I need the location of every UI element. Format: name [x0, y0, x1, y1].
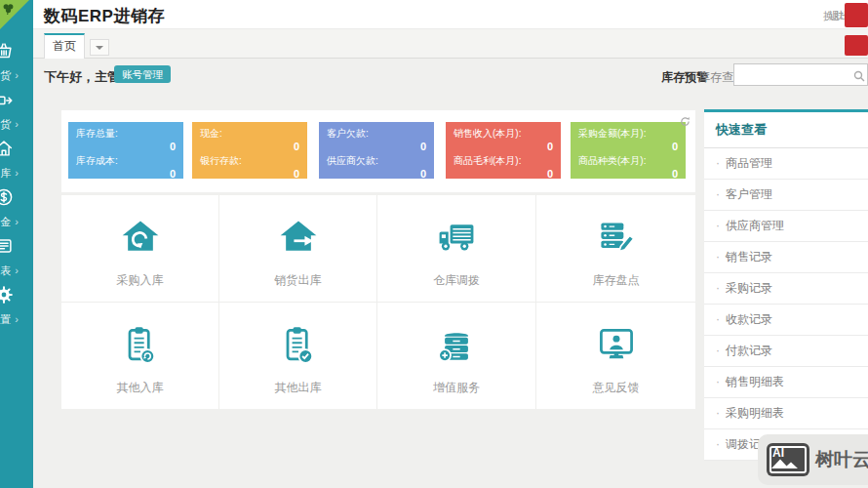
sidebar-item-label: 设置 [0, 313, 11, 325]
feature-other-out[interactable]: 其他出库 [219, 303, 377, 409]
page-title: 数码ERP进销存 [44, 5, 165, 27]
feature-other-in[interactable]: 其他入库 [61, 303, 219, 409]
stat-label: 现金: [200, 127, 299, 140]
stat-label: 商品毛利(本月): [454, 154, 553, 167]
bullet-icon: · [716, 156, 720, 170]
stat-label: 银行存款: [200, 154, 299, 167]
bullet-icon: · [716, 406, 720, 420]
stat-label: 库存成本: [76, 154, 176, 167]
sidebar-item-label: 购货 [0, 69, 11, 81]
stat-label: 客户欠款: [327, 127, 426, 140]
bullet-icon: · [716, 219, 720, 232]
stat-value: 0 [454, 167, 553, 182]
house-arrow-out-icon [277, 195, 320, 264]
quick-item-goods[interactable]: ·商品管理 [704, 148, 868, 180]
account-manage-button[interactable]: 账号管理 [114, 65, 171, 83]
sidebar: 购货› 销货› 仓库› 资金› [0, 0, 33, 488]
feature-label: 库存盘点 [593, 272, 640, 289]
sidebar-item-label: 销货 [0, 118, 11, 130]
stat-card-sales-month: 销售收入(本月): 0 商品毛利(本月): 0 [446, 122, 561, 179]
quick-item-customers[interactable]: ·客户管理 [704, 180, 868, 211]
feature-warehouse-transfer[interactable]: 仓库调拨 [377, 195, 536, 303]
search-icon[interactable] [853, 68, 865, 86]
feature-value-added[interactable]: 增值服务 [377, 303, 536, 409]
mountains-icon [770, 456, 806, 473]
chevron-right-icon: › [15, 69, 19, 81]
tab-bar: 首页 [33, 29, 868, 59]
tab-home[interactable]: 首页 [44, 33, 85, 59]
drawers-plus-icon [435, 303, 478, 371]
stat-value: 0 [578, 167, 678, 182]
truck-icon [435, 195, 478, 264]
sidebar-item-funds[interactable]: 资金› [0, 183, 33, 232]
leaf-logo-icon [2, 2, 15, 20]
gear-icon [0, 281, 15, 309]
stat-card-inventory: 库存总量: 0 库存成本: 0 [68, 122, 183, 179]
sidebar-item-purchase[interactable]: 购货› [0, 37, 33, 86]
monitor-person-icon [595, 303, 638, 371]
watermark: AI 树叶云 [758, 434, 868, 485]
chevron-down-icon [96, 46, 103, 50]
bullet-icon: · [716, 312, 720, 326]
floating-red-widget-top[interactable] [845, 3, 868, 27]
feature-feedback[interactable]: 意见反馈 [536, 303, 695, 409]
refresh-icon[interactable] [680, 113, 690, 131]
stat-value: 0 [327, 140, 426, 154]
chevron-right-icon: › [15, 264, 19, 276]
quick-item-purchase-records[interactable]: ·采购记录 [704, 273, 868, 305]
report-icon [0, 232, 15, 261]
quick-item-sales-records[interactable]: ·销售记录 [704, 242, 868, 273]
feature-label: 销货出库 [275, 272, 322, 289]
quick-view-title: 快速查看 [704, 112, 868, 148]
quick-item-payments[interactable]: ·付款记录 [704, 336, 868, 367]
sidebar-item-warehouse[interactable]: 仓库› [0, 135, 33, 183]
quick-item-suppliers[interactable]: ·供应商管理 [704, 211, 868, 242]
feature-label: 其他出库 [275, 380, 322, 396]
floating-red-widget-bottom[interactable] [845, 35, 868, 56]
feature-label: 意见反馈 [593, 380, 640, 396]
ai-photo-icon: AI [767, 443, 809, 476]
basket-icon [0, 37, 15, 65]
bullet-icon: · [716, 344, 720, 357]
stat-label: 采购金额(本月): [578, 127, 678, 140]
quick-item-sales-detail[interactable]: ·销售明细表 [704, 367, 868, 398]
stock-search-input[interactable] [733, 63, 868, 86]
stat-card-purchase-month: 采购金额(本月): 0 商品种类(本月): 0 [571, 122, 686, 179]
stat-value: 0 [76, 167, 176, 182]
house-arrow-in-icon [119, 195, 162, 264]
bullet-icon: · [716, 437, 720, 451]
bullet-icon: · [716, 375, 720, 388]
feature-grid: 采购入库 销货出库 仓库调拨 库存盘点 其他入库 其他出库 增值服务 [61, 195, 695, 409]
feature-sales-out[interactable]: 销货出库 [219, 195, 377, 303]
header: 数码ERP进销存 换肤 | [33, 0, 868, 29]
clipboard-arrow-icon [119, 303, 162, 371]
sidebar-item-sales[interactable]: 销货› [0, 86, 33, 135]
stat-label: 商品种类(本月): [578, 154, 678, 167]
sidebar-item-settings[interactable]: 设置› [0, 281, 33, 330]
chevron-right-icon: › [15, 118, 19, 130]
feature-stocktake[interactable]: 库存盘点 [536, 195, 695, 303]
feature-label: 增值服务 [433, 380, 480, 396]
stat-label: 库存总量: [76, 127, 176, 140]
sidebar-item-label: 报表 [0, 264, 11, 276]
stat-value: 0 [76, 140, 176, 154]
ship-goods-icon [0, 86, 15, 114]
bullet-icon: · [716, 187, 720, 201]
quick-view-panel: 快速查看 ·商品管理 ·客户管理 ·供应商管理 ·销售记录 ·采购记录 ·收款记… [704, 109, 868, 461]
stat-value: 0 [454, 140, 553, 154]
dollar-icon [0, 183, 15, 212]
sidebar-item-reports[interactable]: 报表› [0, 232, 33, 281]
bullet-icon: · [716, 250, 720, 264]
bullet-icon: · [716, 281, 720, 295]
warehouse-icon [0, 135, 15, 163]
chevron-right-icon: › [15, 216, 19, 227]
feature-purchase-in[interactable]: 采购入库 [61, 195, 219, 303]
quick-item-purchase-detail[interactable]: ·采购明细表 [704, 398, 868, 429]
stack-pencil-icon [595, 195, 638, 264]
stat-value: 0 [200, 167, 299, 182]
stat-value: 0 [327, 167, 426, 182]
tab-dropdown-button[interactable] [90, 39, 109, 56]
quick-item-receipts[interactable]: ·收款记录 [704, 305, 868, 336]
stat-value: 0 [200, 140, 299, 154]
feature-label: 其他入库 [117, 380, 164, 396]
